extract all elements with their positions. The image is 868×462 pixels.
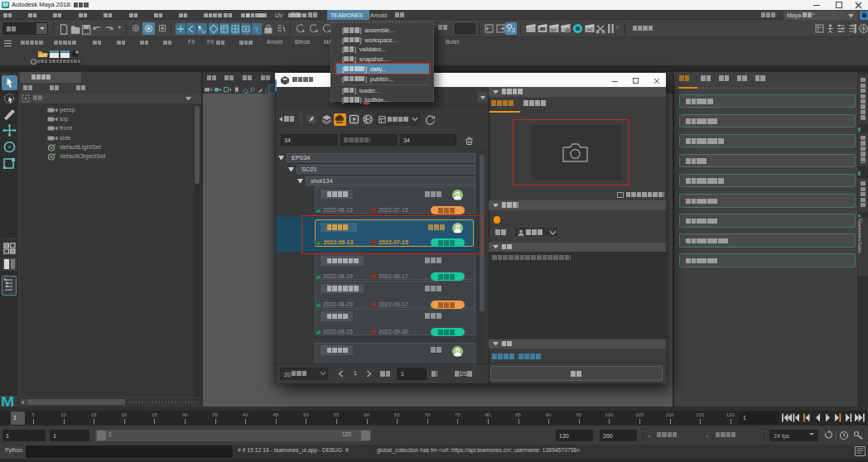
svg-text:ipr: ipr (551, 27, 557, 32)
svg-text:?: ? (254, 25, 258, 33)
